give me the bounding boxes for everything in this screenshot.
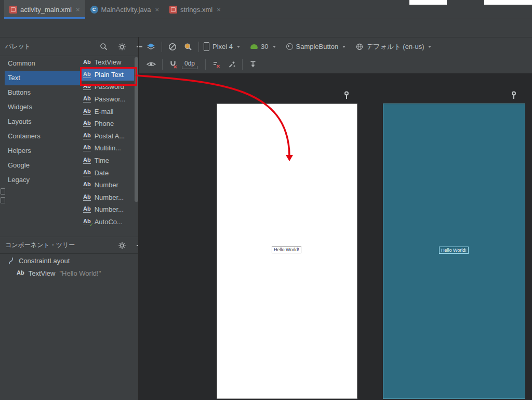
- redaction-block: [409, 0, 447, 5]
- palette-item-number-decimal[interactable]: Ab Number...: [81, 203, 134, 216]
- palette-item-textview[interactable]: Ab TextView: [81, 56, 134, 69]
- close-icon[interactable]: ×: [155, 6, 159, 14]
- divider: [198, 42, 199, 52]
- palette-item-label: E-mail: [95, 108, 114, 115]
- tree-node-value: "Hello World!": [59, 269, 101, 277]
- palette-category-containers[interactable]: Containers: [5, 129, 81, 144]
- autocomplete-icon: Ab: [83, 218, 91, 225]
- hello-world-textview[interactable]: Hello World!: [272, 246, 301, 253]
- palette-item-phone[interactable]: Ab Phone: [81, 118, 134, 130]
- wrench-icon[interactable]: [510, 91, 517, 99]
- palette-item-label: Time: [95, 157, 109, 164]
- palette-item-label: Multilin...: [95, 144, 121, 152]
- xml-file-icon: [169, 6, 177, 14]
- infer-constraints-icon[interactable]: [226, 59, 237, 70]
- palette-item-multiline-text[interactable]: Ab Multilin...: [81, 142, 134, 154]
- tab-label: activity_main.xml: [20, 6, 72, 14]
- edittext-icon: Ab: [83, 108, 91, 115]
- globe-icon: [356, 43, 363, 50]
- clear-constraints-icon[interactable]: [210, 59, 222, 70]
- palette-item-label: Passwor...: [95, 95, 126, 103]
- component-tree-header: コンポーネント・ツリー: [0, 237, 149, 254]
- java-class-icon: C: [90, 6, 98, 14]
- tab-strings-xml[interactable]: strings.xml ×: [164, 0, 226, 19]
- search-icon[interactable]: [98, 41, 109, 52]
- palette-category-layouts[interactable]: Layouts: [5, 114, 81, 129]
- palette-category-google[interactable]: Google: [5, 158, 81, 173]
- palette-item-plain-text[interactable]: Ab Plain Text: [81, 69, 134, 81]
- chevron-down-icon: [342, 46, 345, 48]
- orientation-icon[interactable]: [167, 41, 178, 53]
- textview-icon: Ab: [83, 59, 91, 66]
- tab-activity-main-xml[interactable]: activity_main.xml ×: [4, 0, 85, 19]
- tab-label: MainActivity.java: [101, 6, 151, 14]
- palette-item-password[interactable]: Ab Password: [81, 81, 134, 93]
- hello-world-textview-blueprint[interactable]: Hello World!: [439, 247, 469, 254]
- close-icon[interactable]: ×: [217, 6, 221, 14]
- locale-selector[interactable]: デフォルト (en-us): [356, 42, 431, 51]
- chevron-down-icon: [428, 46, 431, 48]
- palette-category-list: Common Text Buttons Widgets Layouts Cont…: [5, 56, 81, 187]
- palette-category-helpers[interactable]: Helpers: [5, 144, 81, 158]
- tab-mainactivity-java[interactable]: C MainActivity.java ×: [85, 0, 164, 19]
- pack-icon[interactable]: [247, 59, 259, 70]
- autoconnect-icon[interactable]: [167, 59, 179, 70]
- theme-label: SampleButton: [296, 43, 339, 50]
- close-icon[interactable]: ×: [76, 6, 80, 14]
- default-margin-dropdown[interactable]: 0dp: [182, 60, 197, 69]
- divider: [242, 59, 243, 70]
- panel-divider: [138, 37, 139, 400]
- theme-selector[interactable]: SampleButton: [286, 43, 346, 50]
- constraintlayout-icon: [7, 257, 15, 264]
- tool-window-stripe-icon[interactable]: [1, 197, 5, 203]
- palette-item-number[interactable]: Ab Number: [81, 179, 134, 191]
- palette-category-buttons[interactable]: Buttons: [5, 85, 81, 100]
- gear-icon[interactable]: [116, 240, 128, 251]
- palette-item-label: TextView: [95, 58, 122, 66]
- locale-label: デフォルト (en-us): [366, 42, 424, 51]
- palette-item-autocomplete[interactable]: Ab AutoCo...: [81, 216, 134, 228]
- palette-category-text[interactable]: Text: [5, 71, 81, 85]
- tab-label: strings.xml: [180, 6, 212, 14]
- palette-item-label: Plain Text: [95, 71, 124, 79]
- editor-tab-bar: activity_main.xml × C MainActivity.java …: [0, 0, 532, 19]
- palette-item-postal-address[interactable]: Ab Postal A...: [81, 130, 134, 143]
- tool-window-stripe-icon[interactable]: [1, 188, 5, 195]
- palette-scrollbar[interactable]: [135, 57, 138, 202]
- system-ui-icon[interactable]: [182, 41, 194, 53]
- view-options-icon[interactable]: [145, 59, 157, 69]
- android-studio-layout-editor: activity_main.xml × C MainActivity.java …: [0, 0, 532, 400]
- wrench-icon[interactable]: [343, 91, 350, 99]
- edittext-icon: Ab: [83, 182, 91, 188]
- edittext-icon: Ab: [83, 133, 91, 139]
- textview-icon: Ab: [17, 270, 24, 276]
- palette-item-time[interactable]: Ab Time: [81, 154, 134, 167]
- divider: [162, 59, 163, 70]
- edittext-icon: Ab: [83, 206, 91, 213]
- palette-item-label: Password: [95, 83, 124, 91]
- device-selector[interactable]: Pixel 4: [204, 42, 240, 51]
- api-level-selector[interactable]: 30: [250, 43, 275, 50]
- palette-item-label: Number: [95, 181, 118, 189]
- palette-item-label: Date: [95, 169, 109, 177]
- design-surface-icon[interactable]: [145, 41, 157, 52]
- edittext-icon: Ab: [83, 170, 91, 176]
- edittext-icon: Ab: [83, 145, 91, 151]
- tree-node-textview[interactable]: Ab TextView "Hello World!": [0, 267, 139, 279]
- device-label: Pixel 4: [212, 43, 233, 50]
- palette-category-legacy[interactable]: Legacy: [5, 173, 81, 187]
- gear-icon[interactable]: [116, 41, 128, 53]
- palette-category-common[interactable]: Common: [5, 56, 81, 71]
- redaction-block: [484, 0, 532, 5]
- palette-title: パレット: [5, 42, 91, 51]
- edittext-icon: Ab: [83, 96, 91, 102]
- palette-item-list: Ab TextView Ab Plain Text Ab Password Ab…: [81, 56, 134, 228]
- palette-item-number-signed[interactable]: Ab Number...: [81, 191, 134, 204]
- palette-item-date[interactable]: Ab Date: [81, 166, 134, 179]
- palette-item-email[interactable]: Ab E-mail: [81, 105, 134, 118]
- palette-category-widgets[interactable]: Widgets: [5, 100, 81, 114]
- tree-node-constraintlayout[interactable]: ConstraintLayout: [0, 254, 139, 267]
- tree-node-label: TextView: [29, 269, 56, 277]
- palette-item-label: Phone: [95, 120, 114, 127]
- palette-item-password-numeric[interactable]: Ab Passwor...: [81, 93, 134, 106]
